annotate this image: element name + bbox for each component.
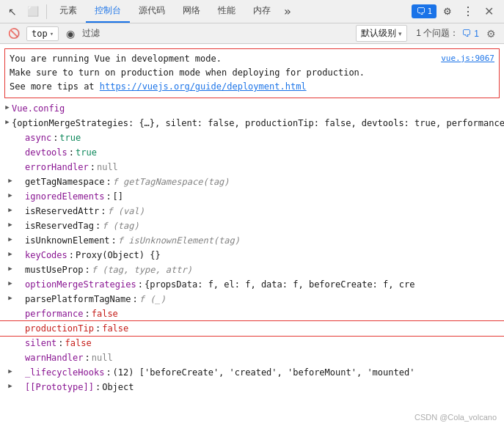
prop-key: isUnknownElement [25, 234, 110, 247]
settings-icon-btn[interactable]: ⚙ [438, 2, 457, 21]
settings-icon: ⚙ [443, 6, 452, 17]
property-row[interactable]: isReservedAttr: f (val) [0, 204, 504, 218]
colon: : [106, 175, 111, 188]
property-row[interactable]: silent: false [0, 336, 504, 350]
tab-memory[interactable]: 内存 [244, 0, 280, 23]
colon: : [95, 322, 101, 335]
prop-value: Proxy(Object) {} [76, 249, 161, 262]
prop-value: f isUnknownElement(tag) [118, 234, 240, 247]
prop-value: f (val) [107, 205, 145, 218]
prop-value: false [92, 307, 118, 320]
more-options-icon: ⋮ [462, 4, 474, 18]
execution-context-selector[interactable]: top ▾ [26, 26, 59, 41]
property-row[interactable]: getTagNamespace: f getTagNamespace(tag) [0, 175, 504, 189]
colon: : [84, 307, 90, 320]
device-icon-btn[interactable]: ⬜ [23, 2, 43, 21]
watermark: CSDN @Cola_volcano [414, 413, 497, 422]
prop-key: silent [25, 337, 56, 350]
vue-config-row[interactable]: Vue.config [0, 101, 504, 116]
prop-key: parsePlatformTagName [25, 293, 131, 306]
console-settings-icon: ⚙ [486, 28, 496, 40]
property-row[interactable]: optionMergeStrategies: {propsData: f, el… [0, 277, 504, 292]
property-row[interactable]: keyCodes: Proxy(Object) {} [0, 248, 504, 262]
prop-key: [[Prototype]] [25, 381, 94, 394]
tab-console[interactable]: 控制台 [86, 0, 130, 23]
prop-value: null [92, 351, 113, 364]
clear-console-btn[interactable]: 🚫 [4, 24, 23, 43]
property-row[interactable]: productionTip: false [0, 321, 504, 336]
prop-value: f getTagNamespace(tag) [113, 175, 230, 188]
property-row[interactable]: isUnknownElement: f isUnknownElement(tag… [0, 233, 504, 248]
second-toolbar: 🚫 top ▾ ◉ 过滤 默认级别 ▾ 1 个问题： 🗨 1 ⚙ [0, 23, 504, 44]
more-options-btn[interactable]: ⋮ [459, 2, 478, 21]
tab-navigation: 元素 控制台 源代码 网络 性能 内存 » [51, 0, 296, 23]
property-row[interactable]: _lifecycleHooks: (12) ['beforeCreate', '… [0, 365, 504, 380]
property-row[interactable]: performance: false [0, 306, 504, 321]
properties-container: async: truedevtools: trueerrorHandler: n… [0, 131, 504, 394]
console-settings-btn[interactable]: ⚙ [482, 25, 500, 43]
expand-icon[interactable] [6, 190, 15, 202]
vue-config-label: Vue.config [12, 102, 65, 115]
tabs-more-btn[interactable]: » [280, 0, 296, 23]
tab-elements[interactable]: 元素 [51, 0, 86, 23]
tab-performance[interactable]: 性能 [209, 0, 244, 23]
prop-key: ignoredElements [25, 190, 104, 203]
property-row[interactable]: async: true [0, 131, 504, 145]
cursor-icon: ↖ [8, 6, 17, 18]
expand-icon[interactable] [6, 205, 15, 216]
issues-text: 1 个问题： [416, 27, 459, 40]
prop-key: devtools [25, 146, 67, 159]
expand-icon[interactable] [6, 234, 15, 246]
eye-icon-btn[interactable]: ◉ [62, 25, 79, 43]
expand-icon[interactable] [6, 293, 15, 304]
prop-key: getTagNamespace [25, 175, 104, 188]
warning-link[interactable]: https://vuejs.org/guide/deployment.html [100, 81, 307, 92]
expand-icon[interactable] [6, 381, 15, 392]
console-area[interactable]: vue.js:9067 You are running Vue in devel… [0, 44, 504, 426]
tab-sources[interactable]: 源代码 [130, 0, 174, 23]
property-row[interactable]: devtools: true [0, 145, 504, 160]
object-preview-text: {optionMergeStrategies: {…}, silent: fal… [12, 117, 504, 130]
property-row[interactable]: ignoredElements: [] [0, 189, 504, 204]
prop-value: Object [102, 381, 134, 394]
warning-source[interactable]: vue.js:9067 [441, 52, 494, 65]
message-badge-icon: 🗨 [416, 6, 426, 17]
property-row[interactable]: mustUseProp: f (tag, type, attr) [0, 262, 504, 277]
prop-value: {propsData: f, el: f, data: f, beforeCre… [145, 278, 414, 291]
property-row[interactable]: [[Prototype]]: Object [0, 380, 504, 394]
warning-line-1: You are running Vue in development mode. [10, 52, 494, 66]
cursor-icon-btn[interactable]: ↖ [3, 2, 22, 21]
tab-network[interactable]: 网络 [174, 0, 209, 23]
colon: : [84, 263, 90, 276]
expand-icon[interactable] [6, 249, 15, 260]
object-root-row[interactable]: {optionMergeStrategies: {…}, silent: fal… [0, 116, 504, 131]
object-expand-arrow[interactable] [3, 117, 12, 128]
top-icons: 🗨 1 ⚙ ⋮ ✕ [412, 2, 501, 21]
property-row[interactable]: isReservedTag: f (tag) [0, 218, 504, 233]
exec-context-arrow: ▾ [50, 30, 54, 37]
prop-key: async [25, 131, 51, 144]
expand-icon[interactable] [6, 366, 15, 378]
expand-icon[interactable] [6, 175, 15, 187]
colon: : [90, 161, 95, 174]
expand-icon[interactable] [6, 263, 15, 275]
warning-line-3: See more tips at https://vuejs.org/guide… [10, 80, 494, 94]
prop-key: warnHandler [25, 351, 83, 364]
vue-config-expand-arrow[interactable] [3, 102, 12, 114]
property-row[interactable]: parsePlatformTagName: f (_) [0, 292, 504, 306]
vue-warning-box: vue.js:9067 You are running Vue in devel… [4, 48, 500, 98]
eye-icon: ◉ [66, 28, 75, 40]
clear-icon: 🚫 [8, 28, 20, 39]
message-badge-btn[interactable]: 🗨 1 [412, 4, 437, 18]
close-devtools-btn[interactable]: ✕ [479, 2, 498, 21]
prop-key: keyCodes [25, 249, 67, 262]
prop-value: [] [113, 190, 123, 203]
log-level-selector[interactable]: 默认级别 ▾ [356, 25, 407, 42]
expand-icon[interactable] [6, 219, 15, 231]
colon: : [106, 190, 111, 203]
device-icon: ⬜ [27, 6, 39, 17]
property-row[interactable]: errorHandler: null [0, 160, 504, 175]
expand-icon[interactable] [6, 278, 15, 290]
property-row[interactable]: warnHandler: null [0, 350, 504, 365]
prop-value: f (tag, type, attr) [92, 263, 192, 276]
